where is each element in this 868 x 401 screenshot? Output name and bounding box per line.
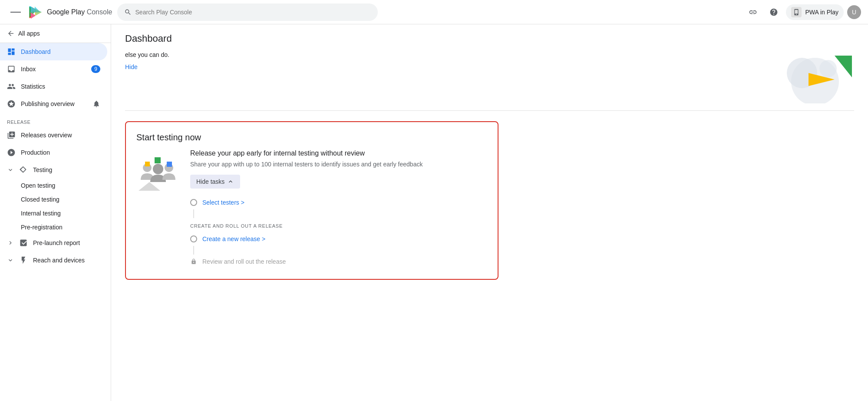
all-apps-label: All apps: [18, 30, 40, 37]
topbar: Google Play Console PWA in Play: [0, 0, 868, 24]
statistics-label: Statistics: [21, 83, 45, 90]
sidebar-item-statistics[interactable]: Statistics: [0, 78, 107, 95]
pre-launch-icon: [19, 239, 28, 247]
sidebar-item-dashboard[interactable]: Dashboard: [0, 43, 107, 60]
testing-card-heading: Release your app early for internal test…: [190, 149, 487, 157]
link-icon: [749, 8, 757, 17]
content-area: Dashboard else you can do. Hide: [111, 24, 868, 401]
user-avatar[interactable]: U: [847, 5, 861, 19]
testing-card-title: Start testing now: [136, 133, 487, 143]
sidebar-item-reach-devices[interactable]: Reach and devices: [0, 252, 107, 269]
lock-icon: [190, 258, 197, 265]
pre-launch-label: Pre-launch report: [33, 239, 80, 246]
logo-text: Google Play Console: [47, 8, 112, 16]
testing-icon: [19, 166, 28, 174]
hide-tasks-button[interactable]: Hide tasks: [190, 175, 240, 189]
menu-button[interactable]: [7, 3, 24, 21]
task-circle-2-icon: [190, 235, 197, 242]
search-bar: [117, 3, 378, 21]
release-section-label: Release: [0, 113, 111, 126]
chevron-up-icon: [227, 178, 234, 185]
sidebar-item-publishing-overview[interactable]: Publishing overview: [0, 95, 107, 113]
publishing-overview-icon: [7, 99, 16, 108]
task-circle-icon: [190, 199, 197, 206]
task-item-select-testers[interactable]: Select testers >: [190, 196, 487, 209]
back-arrow-icon: [7, 30, 15, 37]
sidebar-item-pre-launch-report[interactable]: Pre-launch report: [0, 234, 107, 252]
dashboard-label: Dashboard: [21, 48, 51, 55]
inbox-icon: [7, 65, 16, 73]
top-card-description: else you can do.: [125, 51, 757, 58]
testing-card-body: Release your app early for internal test…: [136, 149, 487, 268]
sidebar-item-closed-testing[interactable]: Closed testing: [0, 192, 111, 206]
production-label: Production: [21, 149, 50, 156]
help-icon: [769, 8, 778, 17]
task-item-review-release: Review and roll out the release: [190, 255, 487, 268]
testing-label: Testing: [33, 166, 52, 173]
releases-overview-icon: [7, 131, 16, 139]
app-chip-name: PWA in Play: [805, 9, 838, 16]
hide-tasks-label: Hide tasks: [196, 178, 224, 185]
sidebar-item-open-testing[interactable]: Open testing: [0, 179, 111, 192]
task-connector: [193, 209, 194, 218]
testers-illustration: [136, 149, 180, 193]
testing-card-description: Share your app with up to 100 internal t…: [190, 161, 487, 168]
review-release-label: Review and roll out the release: [202, 258, 286, 265]
sidebar-item-inbox[interactable]: Inbox 9: [0, 60, 107, 78]
testing-card: Start testing now: [125, 121, 498, 280]
link-icon-button[interactable]: [744, 3, 762, 21]
select-testers-link[interactable]: Select testers >: [202, 199, 244, 206]
task-item-create-release[interactable]: Create a new release >: [190, 232, 487, 246]
inbox-label: Inbox: [21, 66, 36, 73]
search-input[interactable]: [135, 9, 371, 16]
sidebar-item-pre-registration[interactable]: Pre-registration: [0, 220, 111, 234]
sidebar-item-releases-overview[interactable]: Releases overview: [0, 126, 107, 144]
open-testing-label: Open testing: [21, 182, 55, 189]
cards-area: Start testing now: [111, 111, 868, 290]
svg-point-11: [819, 60, 837, 77]
sidebar-item-production[interactable]: Production: [0, 144, 107, 161]
sidebar-item-internal-testing[interactable]: Internal testing: [0, 206, 111, 220]
chevron-down-small-icon: [7, 257, 14, 264]
page-title: Dashboard: [125, 33, 854, 44]
content-header: Dashboard: [111, 24, 868, 44]
app-chip-icon: [791, 7, 802, 17]
main-layout: All apps Dashboard Inbox 9: [0, 24, 868, 401]
topbar-logo: Google Play Console: [7, 3, 112, 21]
sidebar-item-testing[interactable]: Testing: [0, 161, 107, 179]
create-release-link[interactable]: Create a new release >: [202, 235, 265, 242]
task-section-label: CREATE AND ROLL OUT A RELEASE: [190, 223, 487, 229]
topbar-right: PWA in Play U: [744, 3, 861, 21]
bell-muted-icon: [92, 100, 100, 108]
hero-illustration: [767, 51, 854, 103]
play-logo-icon: [30, 5, 43, 19]
releases-overview-label: Releases overview: [21, 132, 72, 139]
top-card: else you can do. Hide: [125, 44, 854, 111]
publishing-overview-label: Publishing overview: [21, 100, 75, 107]
svg-marker-20: [139, 182, 160, 191]
testing-card-illustration: [136, 149, 180, 193]
dashboard-icon: [7, 47, 16, 56]
reach-devices-label: Reach and devices: [33, 257, 85, 264]
reach-devices-icon: [19, 256, 28, 265]
svg-rect-19: [145, 162, 150, 166]
closed-testing-label: Closed testing: [21, 196, 59, 203]
all-apps-link[interactable]: All apps: [0, 24, 111, 43]
task-connector-2: [193, 246, 194, 255]
chevron-right-icon: [7, 239, 14, 246]
app-chip[interactable]: PWA in Play: [786, 4, 844, 20]
statistics-icon: [7, 82, 16, 91]
svg-rect-18: [167, 162, 172, 167]
search-icon: [124, 8, 132, 16]
help-icon-button[interactable]: [765, 3, 782, 21]
chevron-down-icon: [7, 166, 14, 173]
production-icon: [7, 148, 16, 157]
sidebar: All apps Dashboard Inbox 9: [0, 24, 111, 401]
top-card-text: else you can do. Hide: [125, 51, 757, 70]
pre-registration-label: Pre-registration: [21, 224, 63, 231]
hide-link[interactable]: Hide: [125, 63, 138, 70]
svg-marker-6: [31, 13, 36, 19]
testing-card-content: Release your app early for internal test…: [190, 149, 487, 268]
top-card-image: [767, 51, 854, 103]
svg-rect-17: [155, 157, 161, 163]
